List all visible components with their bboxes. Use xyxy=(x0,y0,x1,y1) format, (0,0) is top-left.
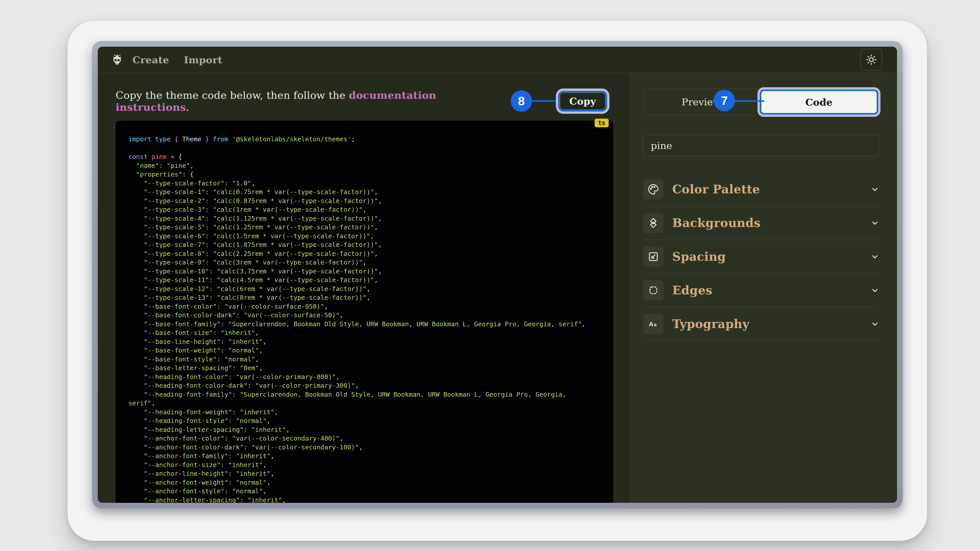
accordion-item-spacing[interactable]: Spacing xyxy=(643,240,879,274)
view-toggle-control: Preview Code 7 xyxy=(643,89,879,116)
theme-name-input[interactable]: pine xyxy=(643,135,879,156)
skeleton-skull-logo[interactable] xyxy=(110,53,124,66)
copy-button[interactable]: Copy xyxy=(560,92,606,110)
preview-tab[interactable]: Preview xyxy=(644,89,759,115)
accordion-title-typography: Typography xyxy=(672,317,749,331)
settings-accordion: Color Palette xyxy=(643,173,879,341)
annotation-connector-8 xyxy=(532,100,560,102)
copy-annotation-group: 8 Copy xyxy=(511,90,606,112)
app-body: Copy the theme code below, then follow t… xyxy=(98,73,897,503)
theme-code-block[interactable]: import type { Theme } from '@skeletonlab… xyxy=(116,121,613,503)
sun-icon xyxy=(865,54,877,65)
accordion-item-backgrounds[interactable]: Backgrounds xyxy=(643,206,879,240)
accordion-item-typography[interactable]: A a Typography xyxy=(643,307,879,341)
palette-icon xyxy=(643,179,663,200)
svg-text:A: A xyxy=(649,321,653,327)
device-bezel: Create Import xyxy=(68,21,927,541)
nav-import[interactable]: Import xyxy=(184,54,222,65)
code-block-wrapper: ts import type { Theme } from '@skeleton… xyxy=(116,121,613,503)
annotation-badge-8: 8 xyxy=(511,90,532,112)
nav-create[interactable]: Create xyxy=(132,54,169,65)
svg-text:a: a xyxy=(654,322,657,327)
chevron-down-icon xyxy=(870,185,879,194)
window-frame: Create Import xyxy=(92,41,903,508)
chevron-down-icon xyxy=(870,320,879,328)
chevron-down-icon xyxy=(870,252,879,261)
scale-arrow-icon xyxy=(643,246,663,267)
chevron-down-icon xyxy=(870,219,879,227)
accordion-item-color-palette[interactable]: Color Palette xyxy=(643,173,879,206)
accordion-title-color-palette: Color Palette xyxy=(672,183,760,196)
code-tab-cell: Code xyxy=(759,89,879,115)
instruction-row: Copy the theme code below, then follow t… xyxy=(116,89,613,113)
accordion-title-spacing: Spacing xyxy=(672,250,726,264)
typography-aa-icon: A a xyxy=(643,314,663,334)
instruction-prefix: Copy the theme code below, then follow t… xyxy=(116,89,349,101)
annotation-badge-7: 7 xyxy=(714,90,735,111)
annotation-connector-7 xyxy=(735,100,764,102)
chevron-down-icon xyxy=(870,286,879,295)
theme-generator-app: Create Import xyxy=(98,47,897,503)
settings-sidebar: Preview Code 7 pine xyxy=(629,73,897,503)
layers-diamond-icon xyxy=(643,213,663,233)
accordion-title-edges: Edges xyxy=(672,283,712,297)
theme-name-value: pine xyxy=(651,140,672,151)
code-tab[interactable]: Code xyxy=(761,91,877,113)
instruction-suffix: . xyxy=(186,101,189,113)
instruction-text: Copy the theme code below, then follow t… xyxy=(116,89,511,113)
light-mode-toggle-button[interactable] xyxy=(860,49,882,71)
typescript-language-badge: ts xyxy=(595,119,609,127)
dashed-square-icon xyxy=(643,280,663,300)
accordion-item-edges[interactable]: Edges xyxy=(643,274,879,307)
accordion-title-backgrounds: Backgrounds xyxy=(672,216,760,230)
main-content: Copy the theme code below, then follow t… xyxy=(98,73,629,503)
top-bar: Create Import xyxy=(98,47,897,73)
